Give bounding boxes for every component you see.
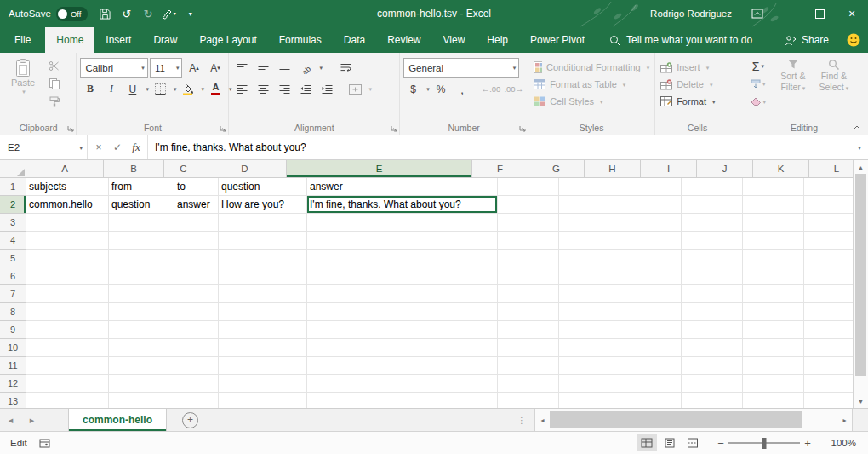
align-top-icon[interactable] bbox=[232, 59, 252, 77]
cell-I7[interactable] bbox=[682, 285, 743, 303]
cell-E10[interactable] bbox=[307, 339, 498, 357]
align-middle-icon[interactable] bbox=[254, 59, 273, 77]
cell-K10[interactable] bbox=[804, 339, 853, 357]
percent-style-button[interactable]: % bbox=[431, 80, 451, 98]
cell-C4[interactable] bbox=[174, 232, 219, 250]
borders-dropdown-icon[interactable]: ▾ bbox=[174, 86, 177, 92]
cell-D5[interactable] bbox=[219, 250, 307, 267]
next-sheet-icon[interactable]: ▸ bbox=[21, 409, 43, 431]
format-painter-icon[interactable] bbox=[44, 93, 64, 111]
row-header-8[interactable]: 8 bbox=[0, 303, 26, 321]
cell-K11[interactable] bbox=[804, 357, 853, 375]
save-icon[interactable] bbox=[94, 0, 116, 27]
decrease-decimal-button[interactable]: .00→ bbox=[503, 80, 524, 98]
cell-B1[interactable]: from bbox=[109, 178, 174, 196]
cell-J1[interactable] bbox=[743, 178, 804, 196]
scroll-right-icon[interactable]: ▸ bbox=[837, 409, 852, 431]
macro-record-icon[interactable] bbox=[39, 439, 50, 448]
cell-H4[interactable] bbox=[620, 232, 682, 250]
page-break-view-icon[interactable] bbox=[682, 434, 703, 451]
cancel-icon[interactable]: × bbox=[89, 141, 108, 153]
zoom-in-icon[interactable]: + bbox=[800, 437, 815, 450]
cell-B10[interactable] bbox=[109, 339, 174, 357]
cell-E4[interactable] bbox=[307, 232, 498, 250]
cell-C2[interactable]: answer bbox=[174, 196, 219, 214]
cell-G3[interactable] bbox=[559, 214, 620, 232]
cell-D12[interactable] bbox=[219, 375, 307, 393]
cell-A6[interactable] bbox=[26, 267, 109, 285]
sort-filter-button[interactable]: Sort & Filter▾ bbox=[773, 57, 814, 111]
vertical-scroll-thumb[interactable] bbox=[855, 174, 866, 376]
cell-E8[interactable] bbox=[307, 303, 498, 321]
zoom-out-icon[interactable]: − bbox=[713, 437, 728, 450]
new-sheet-button[interactable]: + bbox=[182, 412, 198, 428]
cell-G9[interactable] bbox=[559, 321, 620, 339]
cell-I11[interactable] bbox=[682, 357, 743, 375]
cell-G4[interactable] bbox=[559, 232, 620, 250]
cell-G7[interactable] bbox=[559, 285, 620, 303]
format-as-table-button[interactable]: Format as Table▾ bbox=[532, 76, 651, 93]
cell-J7[interactable] bbox=[743, 285, 804, 303]
cell-K3[interactable] bbox=[804, 214, 853, 232]
cell-B2[interactable]: question bbox=[109, 196, 174, 214]
zoom-slider[interactable] bbox=[728, 434, 800, 451]
align-right-icon[interactable] bbox=[275, 80, 294, 98]
cell-F4[interactable] bbox=[498, 232, 559, 250]
cell-F8[interactable] bbox=[498, 303, 559, 321]
cell-D4[interactable] bbox=[219, 232, 307, 250]
cell-A12[interactable] bbox=[26, 375, 109, 393]
row-header-1[interactable]: 1 bbox=[0, 178, 26, 196]
minimize-button[interactable] bbox=[771, 0, 803, 27]
cell-K13[interactable] bbox=[804, 393, 853, 408]
accounting-format-button[interactable]: $ bbox=[403, 80, 423, 98]
row-header-12[interactable]: 12 bbox=[0, 375, 26, 393]
cell-A10[interactable] bbox=[26, 339, 109, 357]
cell-G10[interactable] bbox=[559, 339, 620, 357]
enter-icon[interactable]: ✓ bbox=[108, 141, 127, 153]
cell-A3[interactable] bbox=[26, 214, 109, 232]
cell-B3[interactable] bbox=[109, 214, 174, 232]
row-header-9[interactable]: 9 bbox=[0, 321, 26, 339]
number-format-select[interactable]: General▾ bbox=[403, 58, 519, 78]
user-name[interactable]: Rodrigo Rodriguez bbox=[650, 9, 732, 19]
customize-qat-icon[interactable]: ▾ bbox=[180, 0, 201, 27]
cell-E7[interactable] bbox=[307, 285, 498, 303]
underline-dropdown-icon[interactable]: ▾ bbox=[146, 86, 149, 92]
horizontal-scrollbar[interactable]: ◂ ▸ bbox=[534, 409, 853, 431]
row-header-5[interactable]: 5 bbox=[0, 250, 26, 267]
cell-D9[interactable] bbox=[219, 321, 307, 339]
decrease-indent-icon[interactable] bbox=[296, 80, 316, 98]
fill-color-dropdown-icon[interactable]: ▾ bbox=[201, 86, 204, 92]
cell-C5[interactable] bbox=[174, 250, 219, 267]
cell-C13[interactable] bbox=[174, 393, 219, 408]
cell-K6[interactable] bbox=[804, 267, 853, 285]
increase-font-size-button[interactable]: A▴ bbox=[184, 59, 203, 77]
cell-J6[interactable] bbox=[743, 267, 804, 285]
autosum-button[interactable]: Σ▾ bbox=[744, 57, 773, 75]
cell-A9[interactable] bbox=[26, 321, 109, 339]
cell-K7[interactable] bbox=[804, 285, 853, 303]
cell-J10[interactable] bbox=[743, 339, 804, 357]
cell-B4[interactable] bbox=[109, 232, 174, 250]
cut-icon[interactable] bbox=[44, 57, 64, 75]
cell-F6[interactable] bbox=[498, 267, 559, 285]
previous-sheet-icon[interactable]: ◂ bbox=[0, 409, 21, 431]
cell-B8[interactable] bbox=[109, 303, 174, 321]
cell-B5[interactable] bbox=[109, 250, 174, 267]
cell-B9[interactable] bbox=[109, 321, 174, 339]
insert-function-icon[interactable]: fx bbox=[127, 141, 146, 154]
delete-cells-button[interactable]: Delete▾ bbox=[659, 76, 736, 93]
cell-C11[interactable] bbox=[174, 357, 219, 375]
cell-J8[interactable] bbox=[743, 303, 804, 321]
column-header-E[interactable]: E bbox=[287, 160, 472, 178]
cell-H1[interactable] bbox=[620, 178, 682, 196]
cell-E5[interactable] bbox=[307, 250, 498, 267]
align-left-icon[interactable] bbox=[232, 80, 252, 98]
column-header-C[interactable]: C bbox=[164, 160, 203, 178]
font-size-select[interactable]: 11▾ bbox=[150, 58, 183, 78]
cell-F2[interactable] bbox=[498, 196, 559, 214]
align-bottom-icon[interactable] bbox=[275, 59, 294, 77]
cell-B6[interactable] bbox=[109, 267, 174, 285]
scroll-up-icon[interactable]: ▲ bbox=[854, 160, 868, 174]
cell-B13[interactable] bbox=[109, 393, 174, 408]
